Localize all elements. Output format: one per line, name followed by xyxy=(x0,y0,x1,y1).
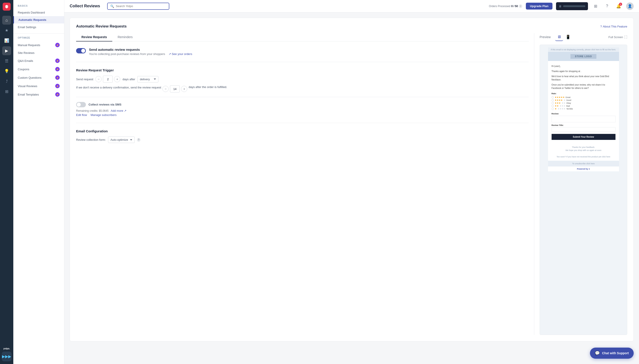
qa-emails-badge: ⚡ xyxy=(55,58,60,63)
stars-okay-label: Okay xyxy=(566,102,571,104)
tab-reminders[interactable]: Reminders xyxy=(112,33,138,42)
left-panel: Review Requests Reminders Send automatic… xyxy=(76,33,529,335)
coupons-badge: ⚡ xyxy=(55,67,60,72)
user-avatar[interactable]: 👤 xyxy=(626,2,634,10)
manage-subscribers-link[interactable]: Manage subscribers xyxy=(91,113,117,116)
edit-flow-link[interactable]: Edit flow xyxy=(76,113,87,116)
chat-support-button[interactable]: 💬 Chat with Support xyxy=(590,348,634,359)
sidebar-item-custom-questions[interactable]: Custom Questions ⚡ xyxy=(13,74,64,82)
help-icon-btn[interactable]: ? xyxy=(603,2,611,10)
sidebar-item-manual-requests[interactable]: Manual Requests ⚡ xyxy=(13,41,64,49)
sms-toggle[interactable] xyxy=(76,102,86,107)
sidebar-optimize-label: Optimize xyxy=(13,36,64,41)
days-stepper: − 2 + xyxy=(95,76,120,83)
nav-home[interactable]: ⌂ xyxy=(2,16,11,24)
sms-links: Edit flow Manage subscribers xyxy=(76,113,529,116)
icon-bar: ⌂ ★ 📊 ▶ ☰ 💡 ⤴ ⊞ yotpo. ▶▶▶ xyxy=(0,0,13,364)
add-more-link[interactable]: Add more ↗ xyxy=(111,109,126,112)
nav-play[interactable]: ▶ xyxy=(2,46,11,55)
sidebar-label-coupons: Coupons xyxy=(18,68,29,71)
desktop-view-btn[interactable]: 🖥 xyxy=(555,33,563,41)
sidebar-item-requests-dashboard[interactable]: Requests Dashboard xyxy=(13,9,64,16)
bottom-widget[interactable]: ▶▶▶ xyxy=(2,352,12,361)
sidebar-label-custom-questions: Custom Questions xyxy=(18,76,42,79)
store-name-bar xyxy=(563,5,585,7)
card-header: Automatic Review Requests ? About This F… xyxy=(76,24,627,28)
sidebar-label-requests-dashboard: Requests Dashboard xyxy=(18,11,45,14)
review-collection-info-icon[interactable]: ? xyxy=(137,138,140,142)
email-config-section: Email Configuration Review collection fo… xyxy=(76,123,529,143)
ep-share-line: Once you've submitted your review, why n… xyxy=(552,83,615,90)
fullscreen-icon: ⛶ xyxy=(624,36,627,39)
nav-grid[interactable]: ⊞ xyxy=(2,87,11,96)
fallback-days-decrement-btn[interactable]: − xyxy=(162,86,169,92)
ep-rate-label: Rate: xyxy=(552,92,615,95)
sidebar-label-manual-requests: Manual Requests xyxy=(18,44,40,47)
ep-logo: STORE LOGO xyxy=(548,52,619,61)
tablet-view-btn[interactable]: 📱 xyxy=(564,33,572,41)
ep-thanks: Thanks again for shopping at . xyxy=(552,70,615,73)
fullscreen-btn[interactable]: Full Screen ⛶ xyxy=(608,36,627,39)
stars-terrible-stars: ★ xyxy=(555,108,557,110)
send-automatic-label: Send automatic review requests xyxy=(89,48,192,52)
orders-processed-label: Orders Processed xyxy=(489,5,510,8)
stars-terrible-label: Terrible xyxy=(566,108,573,110)
stars-great-stars: ★★★★★ xyxy=(555,96,565,98)
nav-star[interactable]: ★ xyxy=(2,26,11,35)
review-collection-form-row: Review collection form: Auto-optimize ? xyxy=(76,136,529,143)
send-request-label: Send request xyxy=(76,78,93,81)
top-header: Collect Reviews 🔍 Orders Processed 0 / 5… xyxy=(64,0,639,12)
ep-submit-btn: Submit Your Review xyxy=(552,134,615,140)
chat-label: Chat with Support xyxy=(602,351,629,355)
radio-okay xyxy=(552,102,554,104)
nav-bulb[interactable]: 💡 xyxy=(2,67,11,76)
content-area: Automatic Review Requests ? About This F… xyxy=(64,12,639,364)
sidebar-label-site-reviews: Site Reviews xyxy=(18,51,34,54)
stars-great: ★★★★★ Great xyxy=(552,96,615,98)
nav-share[interactable]: ⤴ xyxy=(2,77,11,86)
chat-icon: 💬 xyxy=(595,351,600,356)
sidebar-item-email-templates[interactable]: Email Templates ⚡ xyxy=(13,90,64,99)
nav-chart[interactable]: 📊 xyxy=(2,36,11,45)
sidebar-item-coupons[interactable]: Coupons ⚡ xyxy=(13,65,64,74)
trigger-section-title: Review Request Trigger xyxy=(76,68,529,72)
fallback-row: If we don't receive a delivery confirmat… xyxy=(76,85,529,92)
yotpo-label: yotpo. xyxy=(3,347,10,350)
ep-greeting: Hi (user), xyxy=(552,64,615,68)
delivery-select[interactable]: delivery fulfillment purchase xyxy=(137,76,158,82)
send-automatic-toggle[interactable] xyxy=(76,48,86,54)
sms-toggle-row: Collect reviews via SMS xyxy=(76,102,529,107)
sms-section: Collect reviews via SMS Remaining credit… xyxy=(76,97,529,116)
card-title: Automatic Review Requests xyxy=(76,24,127,28)
send-automatic-desc: You're collecting post-purchase reviews … xyxy=(89,52,165,56)
sidebar-item-email-settings[interactable]: Email Settings xyxy=(13,24,64,31)
orders-info-icon[interactable]: i xyxy=(519,4,522,8)
notifications-btn[interactable]: 🔔 1 xyxy=(614,2,622,10)
ep-footer: Thanks for your feedback. We hope you sh… xyxy=(548,144,619,161)
fallback-text: If we don't receive a delivery confirmat… xyxy=(76,85,161,90)
days-after-label: days after xyxy=(123,78,135,81)
days-decrement-btn[interactable]: − xyxy=(95,76,102,82)
fallback-days-increment-btn[interactable]: + xyxy=(181,86,187,92)
radio-bad xyxy=(552,105,554,107)
sidebar-label-automatic-requests: Automatic Requests xyxy=(19,18,46,22)
app-logo[interactable] xyxy=(3,3,11,11)
upgrade-plan-button[interactable]: Upgrade Plan xyxy=(526,3,552,10)
tab-review-requests[interactable]: Review Requests xyxy=(76,33,112,42)
days-increment-btn[interactable]: + xyxy=(114,76,120,82)
sidebar-item-visual-reviews[interactable]: Visual Reviews ⚡ xyxy=(13,82,64,90)
search-input[interactable] xyxy=(116,4,166,8)
ep-love-line: We'd love to hear what you think about y… xyxy=(552,75,615,81)
sidebar-item-site-reviews[interactable]: Site Reviews xyxy=(13,49,64,56)
nav-list[interactable]: ☰ xyxy=(2,56,11,66)
stars-good: ★★★★★ Good xyxy=(552,99,615,101)
sidebar-item-automatic-requests[interactable]: Automatic Requests xyxy=(13,16,64,24)
see-your-orders-link[interactable]: ↗ See your orders xyxy=(169,52,192,56)
grid-icon-btn[interactable]: ⊞ xyxy=(591,2,599,10)
auto-optimize-select[interactable]: Auto-optimize xyxy=(108,136,135,143)
stars-terrible: ★★★★★ Terrible xyxy=(552,108,615,110)
radio-great xyxy=(552,96,554,98)
about-feature-link[interactable]: ? About This Feature xyxy=(600,25,627,28)
fallback-days-stepper: − 14 + xyxy=(162,85,187,92)
sidebar-item-qa-emails[interactable]: Q&A Emails ⚡ xyxy=(13,56,64,65)
